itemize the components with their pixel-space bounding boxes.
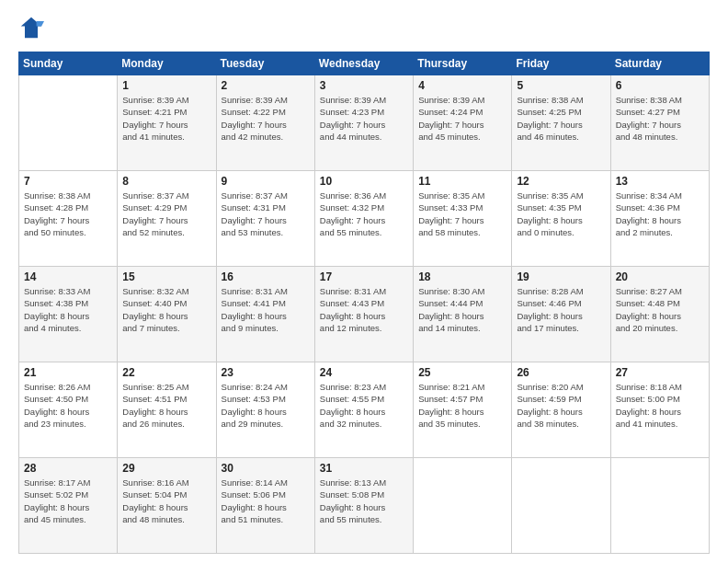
day-number: 31 [320, 462, 408, 475]
svg-marker-0 [21, 17, 41, 38]
day-number: 27 [616, 366, 704, 379]
day-number: 25 [418, 366, 506, 379]
calendar-week-3: 14Sunrise: 8:33 AMSunset: 4:38 PMDayligh… [19, 267, 710, 362]
day-info: Sunrise: 8:31 AMSunset: 4:43 PMDaylight:… [320, 285, 408, 334]
calendar-cell: 24Sunrise: 8:23 AMSunset: 4:55 PMDayligh… [314, 362, 413, 458]
day-number: 7 [24, 175, 112, 188]
day-info: Sunrise: 8:39 AMSunset: 4:23 PMDaylight:… [320, 94, 408, 143]
calendar-week-1: 1Sunrise: 8:39 AMSunset: 4:21 PMDaylight… [19, 75, 710, 171]
day-info: Sunrise: 8:37 AMSunset: 4:29 PMDaylight:… [122, 190, 210, 238]
day-number: 28 [24, 462, 112, 475]
calendar-cell: 15Sunrise: 8:32 AMSunset: 4:40 PMDayligh… [118, 267, 216, 362]
calendar-cell: 3Sunrise: 8:39 AMSunset: 4:23 PMDaylight… [314, 75, 413, 171]
header-tuesday: Tuesday [216, 52, 314, 75]
header [18, 15, 710, 40]
calendar-cell: 21Sunrise: 8:26 AMSunset: 4:50 PMDayligh… [19, 362, 118, 458]
day-info: Sunrise: 8:34 AMSunset: 4:36 PMDaylight:… [616, 190, 704, 238]
day-number: 3 [320, 79, 408, 92]
calendar-cell: 6Sunrise: 8:38 AMSunset: 4:27 PMDaylight… [610, 75, 709, 171]
calendar-cell: 1Sunrise: 8:39 AMSunset: 4:21 PMDaylight… [118, 75, 216, 171]
calendar-header-row: SundayMondayTuesdayWednesdayThursdayFrid… [19, 52, 710, 75]
day-number: 15 [122, 270, 210, 283]
day-number: 24 [320, 366, 408, 379]
day-info: Sunrise: 8:16 AMSunset: 5:04 PMDaylight:… [122, 477, 210, 525]
day-info: Sunrise: 8:38 AMSunset: 4:28 PMDaylight:… [24, 190, 112, 238]
calendar-cell: 27Sunrise: 8:18 AMSunset: 5:00 PMDayligh… [610, 362, 709, 458]
day-info: Sunrise: 8:37 AMSunset: 4:31 PMDaylight:… [222, 190, 310, 238]
calendar-cell: 7Sunrise: 8:38 AMSunset: 4:28 PMDaylight… [19, 171, 118, 267]
day-number: 26 [517, 366, 605, 379]
day-number: 12 [517, 175, 605, 188]
day-number: 6 [616, 79, 704, 92]
day-number: 4 [418, 79, 506, 92]
day-info: Sunrise: 8:17 AMSunset: 5:02 PMDaylight:… [24, 477, 112, 525]
calendar-cell: 10Sunrise: 8:36 AMSunset: 4:32 PMDayligh… [314, 171, 413, 267]
day-info: Sunrise: 8:26 AMSunset: 4:50 PMDaylight:… [24, 381, 112, 430]
page: SundayMondayTuesdayWednesdayThursdayFrid… [0, 0, 728, 563]
day-number: 29 [122, 462, 210, 475]
day-number: 30 [222, 462, 310, 475]
day-number: 23 [222, 366, 310, 379]
day-number: 13 [616, 175, 704, 188]
day-info: Sunrise: 8:24 AMSunset: 4:53 PMDaylight:… [222, 381, 310, 430]
day-info: Sunrise: 8:20 AMSunset: 4:59 PMDaylight:… [517, 381, 605, 430]
day-number: 19 [517, 270, 605, 283]
calendar-cell: 8Sunrise: 8:37 AMSunset: 4:29 PMDaylight… [118, 171, 216, 267]
calendar-cell: 9Sunrise: 8:37 AMSunset: 4:31 PMDaylight… [216, 171, 314, 267]
header-thursday: Thursday [414, 52, 512, 75]
day-info: Sunrise: 8:32 AMSunset: 4:40 PMDaylight:… [122, 285, 210, 334]
day-info: Sunrise: 8:27 AMSunset: 4:48 PMDaylight:… [616, 285, 704, 334]
day-info: Sunrise: 8:14 AMSunset: 5:06 PMDaylight:… [222, 477, 310, 525]
calendar-cell: 26Sunrise: 8:20 AMSunset: 4:59 PMDayligh… [512, 362, 610, 458]
svg-marker-1 [37, 21, 44, 27]
day-info: Sunrise: 8:38 AMSunset: 4:27 PMDaylight:… [616, 94, 704, 143]
calendar-cell: 30Sunrise: 8:14 AMSunset: 5:06 PMDayligh… [216, 458, 314, 554]
day-number: 22 [122, 366, 210, 379]
day-info: Sunrise: 8:21 AMSunset: 4:57 PMDaylight:… [418, 381, 506, 430]
calendar-cell: 18Sunrise: 8:30 AMSunset: 4:44 PMDayligh… [414, 267, 512, 362]
day-info: Sunrise: 8:35 AMSunset: 4:33 PMDaylight:… [418, 190, 506, 238]
day-info: Sunrise: 8:28 AMSunset: 4:46 PMDaylight:… [517, 285, 605, 334]
calendar-cell: 31Sunrise: 8:13 AMSunset: 5:08 PMDayligh… [314, 458, 413, 554]
day-info: Sunrise: 8:36 AMSunset: 4:32 PMDaylight:… [320, 190, 408, 238]
calendar-cell: 28Sunrise: 8:17 AMSunset: 5:02 PMDayligh… [19, 458, 118, 554]
day-number: 2 [222, 79, 310, 92]
calendar-cell: 16Sunrise: 8:31 AMSunset: 4:41 PMDayligh… [216, 267, 314, 362]
day-info: Sunrise: 8:39 AMSunset: 4:24 PMDaylight:… [418, 94, 506, 143]
calendar-cell [414, 458, 512, 554]
header-monday: Monday [118, 52, 216, 75]
day-number: 16 [222, 270, 310, 283]
day-number: 21 [24, 366, 112, 379]
calendar-cell: 2Sunrise: 8:39 AMSunset: 4:22 PMDaylight… [216, 75, 314, 171]
calendar-cell: 4Sunrise: 8:39 AMSunset: 4:24 PMDaylight… [414, 75, 512, 171]
day-info: Sunrise: 8:39 AMSunset: 4:22 PMDaylight:… [222, 94, 310, 143]
day-number: 9 [222, 175, 310, 188]
header-wednesday: Wednesday [314, 52, 413, 75]
calendar-cell: 20Sunrise: 8:27 AMSunset: 4:48 PMDayligh… [610, 267, 709, 362]
day-number: 11 [418, 175, 506, 188]
day-info: Sunrise: 8:30 AMSunset: 4:44 PMDaylight:… [418, 285, 506, 334]
day-info: Sunrise: 8:18 AMSunset: 5:00 PMDaylight:… [616, 381, 704, 430]
calendar-cell: 23Sunrise: 8:24 AMSunset: 4:53 PMDayligh… [216, 362, 314, 458]
day-number: 10 [320, 175, 408, 188]
calendar-cell [512, 458, 610, 554]
day-number: 5 [517, 79, 605, 92]
calendar: SundayMondayTuesdayWednesdayThursdayFrid… [18, 52, 710, 554]
logo [18, 15, 48, 40]
day-info: Sunrise: 8:23 AMSunset: 4:55 PMDaylight:… [320, 381, 408, 430]
day-number: 18 [418, 270, 506, 283]
calendar-week-5: 28Sunrise: 8:17 AMSunset: 5:02 PMDayligh… [19, 458, 710, 554]
day-number: 20 [616, 270, 704, 283]
calendar-cell: 11Sunrise: 8:35 AMSunset: 4:33 PMDayligh… [414, 171, 512, 267]
day-info: Sunrise: 8:35 AMSunset: 4:35 PMDaylight:… [517, 190, 605, 238]
calendar-cell: 17Sunrise: 8:31 AMSunset: 4:43 PMDayligh… [314, 267, 413, 362]
calendar-cell: 5Sunrise: 8:38 AMSunset: 4:25 PMDaylight… [512, 75, 610, 171]
calendar-cell: 12Sunrise: 8:35 AMSunset: 4:35 PMDayligh… [512, 171, 610, 267]
day-number: 14 [24, 270, 112, 283]
day-info: Sunrise: 8:39 AMSunset: 4:21 PMDaylight:… [122, 94, 210, 143]
day-info: Sunrise: 8:25 AMSunset: 4:51 PMDaylight:… [122, 381, 210, 430]
calendar-cell: 14Sunrise: 8:33 AMSunset: 4:38 PMDayligh… [19, 267, 118, 362]
day-info: Sunrise: 8:31 AMSunset: 4:41 PMDaylight:… [222, 285, 310, 334]
calendar-week-2: 7Sunrise: 8:38 AMSunset: 4:28 PMDaylight… [19, 171, 710, 267]
calendar-cell: 29Sunrise: 8:16 AMSunset: 5:04 PMDayligh… [118, 458, 216, 554]
